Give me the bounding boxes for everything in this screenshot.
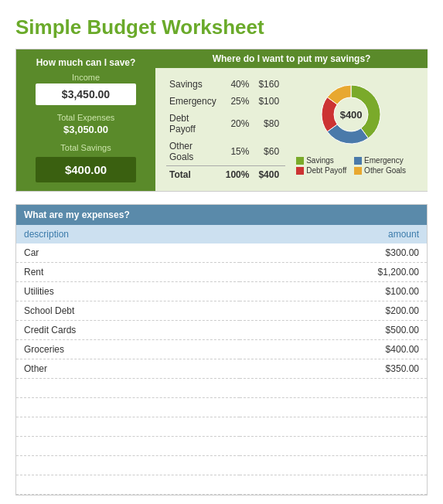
expense-row-empty xyxy=(16,398,427,417)
savings-row: Emergency 25% $100 xyxy=(166,93,285,110)
legend-color xyxy=(296,167,304,175)
legend-color xyxy=(296,157,304,165)
savings-row-label: Emergency xyxy=(166,93,223,110)
legend-color xyxy=(354,167,362,175)
expense-amount: $300.00 xyxy=(240,243,427,263)
expenses-table: description amount Car $300.00 Rent $1,2… xyxy=(16,225,427,495)
savings-row: Savings 40% $160 xyxy=(166,76,285,93)
expenses-header: What are my expenses? xyxy=(16,205,427,225)
savings-row-pct: 40% xyxy=(223,76,256,93)
top-section: How much can I save? Income $3,450.00 To… xyxy=(15,49,428,192)
page-title: Simple Budget Worksheet xyxy=(15,15,428,39)
legend-color xyxy=(354,157,362,165)
expense-row-empty xyxy=(16,475,427,495)
legend-label: Debt Payoff xyxy=(306,166,346,175)
savings-row-label: Total xyxy=(166,166,223,184)
legend-label: Emergency xyxy=(364,156,404,165)
legend-item: Emergency xyxy=(354,156,406,165)
savings-row: Total 100% $400 xyxy=(166,166,285,184)
expense-amount: $350.00 xyxy=(240,359,427,379)
right-panel: Where do I want to put my savings? Savin… xyxy=(155,49,428,191)
savings-value: $400.00 xyxy=(36,157,136,182)
savings-row-label: Debt Payoff xyxy=(166,110,223,138)
col-description: description xyxy=(16,225,240,243)
savings-row-amount: $160 xyxy=(255,76,285,93)
legend-item: Other Goals xyxy=(354,166,406,175)
expense-desc: Rent xyxy=(16,263,240,282)
expenses-value: $3,050.00 xyxy=(63,124,108,135)
expense-row: Utilities $100.00 xyxy=(16,282,427,301)
expense-row-empty xyxy=(16,456,427,475)
expense-desc: Other xyxy=(16,359,240,379)
savings-row-pct: 25% xyxy=(223,93,256,110)
where-savings-header: Where do I want to put my savings? xyxy=(155,49,428,68)
legend-item: Savings xyxy=(296,156,348,165)
savings-row-amount: $60 xyxy=(255,138,285,166)
donut-center-label: $400 xyxy=(340,109,363,121)
expense-amount: $500.00 xyxy=(240,321,427,340)
savings-row-amount: $400 xyxy=(255,166,285,184)
savings-allocation-table: Savings 40% $160 Emergency 25% $100 Debt… xyxy=(166,76,285,183)
how-much-header: How much can I save? xyxy=(36,57,136,68)
expense-row: Groceries $400.00 xyxy=(16,340,427,359)
savings-row-label: Other Goals xyxy=(166,138,223,166)
expense-row-empty xyxy=(16,417,427,437)
savings-row-label: Savings xyxy=(166,76,223,93)
expense-row-empty xyxy=(16,437,427,456)
expense-row: Other $350.00 xyxy=(16,359,427,379)
expense-amount: $400.00 xyxy=(240,340,427,359)
expense-row: Credit Cards $500.00 xyxy=(16,321,427,340)
legend-item: Debt Payoff xyxy=(296,166,348,175)
income-value: $3,450.00 xyxy=(36,83,136,105)
expenses-label: Total Expenses xyxy=(57,113,115,122)
expense-amount: $200.00 xyxy=(240,301,427,321)
expense-desc: School Debt xyxy=(16,301,240,321)
expense-row: School Debt $200.00 xyxy=(16,301,427,321)
legend-label: Savings xyxy=(306,156,334,165)
bottom-section: What are my expenses? description amount… xyxy=(15,204,428,495)
expense-amount: $1,200.00 xyxy=(240,263,427,282)
col-amount: amount xyxy=(240,225,427,243)
expense-desc: Groceries xyxy=(16,340,240,359)
donut-chart-area: $400 SavingsEmergencyDebt PayoffOther Go… xyxy=(285,76,417,175)
expense-amount: $100.00 xyxy=(240,282,427,301)
expense-row: Rent $1,200.00 xyxy=(16,263,427,282)
savings-label: Total Savings xyxy=(60,143,111,152)
donut-chart: $400 xyxy=(305,76,397,153)
savings-row-amount: $80 xyxy=(255,110,285,138)
income-label: Income xyxy=(72,73,100,82)
left-panel: How much can I save? Income $3,450.00 To… xyxy=(16,49,155,191)
savings-row-pct: 20% xyxy=(223,110,256,138)
savings-row-pct: 100% xyxy=(223,166,256,184)
right-panel-content: Savings 40% $160 Emergency 25% $100 Debt… xyxy=(166,76,417,183)
legend-label: Other Goals xyxy=(364,166,406,175)
expense-desc: Credit Cards xyxy=(16,321,240,340)
expense-row-empty xyxy=(16,379,427,398)
savings-row-pct: 15% xyxy=(223,138,256,166)
expense-row: Car $300.00 xyxy=(16,243,427,263)
chart-legend: SavingsEmergencyDebt PayoffOther Goals xyxy=(296,156,406,175)
savings-row-amount: $100 xyxy=(255,93,285,110)
expense-desc: Utilities xyxy=(16,282,240,301)
expense-desc: Car xyxy=(16,243,240,263)
savings-row: Debt Payoff 20% $80 xyxy=(166,110,285,138)
savings-row: Other Goals 15% $60 xyxy=(166,138,285,166)
